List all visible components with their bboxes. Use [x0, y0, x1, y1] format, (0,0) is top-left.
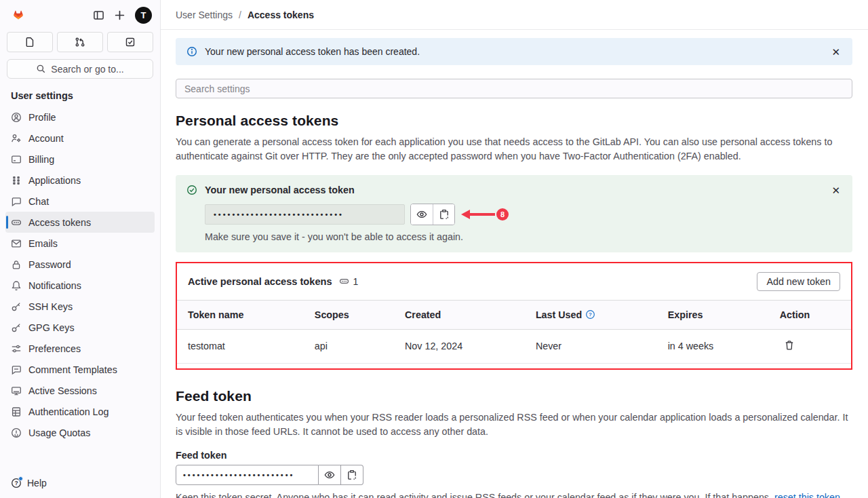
sidebar-item-account[interactable]: Account — [5, 128, 155, 149]
help-button[interactable]: ? Help — [0, 468, 160, 498]
cell-last-used: Never — [525, 329, 657, 363]
feed-token-secret-note: Keep this token secret. Anyone who has i… — [176, 492, 852, 498]
help-question-icon[interactable]: ? — [585, 309, 595, 320]
check-circle-icon — [186, 185, 197, 195]
sidebar-item-comment-templates[interactable]: Comment Templates — [5, 359, 155, 380]
sidebar-item-label: SSH Keys — [28, 301, 73, 312]
issues-shortcut-button[interactable] — [7, 32, 53, 52]
user-avatar[interactable]: T — [135, 7, 152, 24]
sidebar-item-applications[interactable]: Applications — [5, 170, 155, 191]
masked-token-value: •••••••••••••••••••••••••••• — [214, 210, 344, 218]
sidebar-item-chat[interactable]: Chat — [5, 191, 155, 212]
email-icon — [11, 238, 22, 249]
log-icon — [11, 406, 22, 417]
col-expires: Expires — [657, 300, 769, 329]
table-header-row: Token name Scopes Created Last Used ? Ex — [177, 300, 851, 329]
new-token-save-note: Make sure you save it - you won't be abl… — [205, 231, 842, 242]
account-icon — [11, 133, 22, 144]
new-token-value-field[interactable]: •••••••••••••••••••••••••••• — [205, 204, 405, 225]
sidebar-shortcuts — [7, 32, 153, 52]
pat-section-description: You can generate a personal access token… — [176, 135, 852, 164]
banner-close-icon[interactable]: ✕ — [830, 45, 842, 58]
sidebar-item-label: Password — [28, 259, 71, 270]
sidebar-item-label: Account — [28, 133, 64, 144]
key-icon — [11, 322, 22, 333]
cell-scopes: api — [304, 329, 394, 363]
main-area: User Settings / Access tokens Your new p… — [161, 0, 868, 498]
table-row: testomat api Nov 12, 2024 Never in 4 wee… — [177, 329, 851, 363]
sidebar-item-usage-quotas[interactable]: Usage Quotas — [5, 422, 155, 443]
sidebar-item-notifications[interactable]: Notifications — [5, 275, 155, 296]
sidebar-item-label: Access tokens — [28, 217, 91, 228]
copy-token-clipboard-icon[interactable] — [433, 204, 454, 225]
sidebar-item-label: Billing — [28, 154, 54, 165]
applications-icon — [11, 175, 22, 186]
feed-token-title: Feed token — [176, 388, 852, 404]
sidebar-item-label: Active Sessions — [28, 385, 97, 396]
sidebar-item-label: Preferences — [28, 343, 81, 354]
feed-token-description: Your feed token authenticates you when y… — [176, 410, 852, 440]
active-tokens-title: Active personal access tokens — [188, 276, 332, 287]
sidebar-item-password[interactable]: Password — [5, 254, 155, 275]
sidebar: T Search or go to... User settings Profi… — [0, 0, 161, 498]
sidebar-item-active-sessions[interactable]: Active Sessions — [5, 380, 155, 401]
create-new-icon[interactable] — [114, 9, 125, 21]
cell-expires: in 4 weeks — [657, 329, 769, 363]
sidebar-item-authentication-log[interactable]: Authentication Log — [5, 401, 155, 422]
reveal-token-eye-icon[interactable] — [411, 204, 433, 225]
sidebar-item-profile[interactable]: Profile — [5, 107, 155, 128]
info-banner: Your new personal access token has been … — [176, 38, 852, 65]
todos-shortcut-button[interactable] — [107, 32, 153, 52]
sidebar-nav: Profile Account Billing Applications Cha… — [0, 105, 160, 443]
search-or-goto-label: Search or go to... — [51, 64, 123, 75]
sidebar-item-access-tokens[interactable]: Access tokens — [5, 212, 155, 233]
info-icon — [186, 46, 197, 57]
sidebar-item-label: Authentication Log — [28, 406, 108, 417]
gitlab-logo[interactable] — [9, 6, 27, 24]
breadcrumb-parent[interactable]: User Settings — [176, 9, 233, 20]
sidebar-top-bar: T — [0, 0, 160, 30]
cell-token-name: testomat — [177, 329, 304, 363]
annotation-arrow: 8 — [461, 208, 509, 221]
sidebar-section-title: User settings — [0, 79, 160, 105]
reveal-feed-token-eye-icon[interactable] — [319, 465, 341, 485]
token-icon — [11, 217, 22, 228]
token-count: 1 — [353, 276, 359, 287]
cell-created: Nov 12, 2024 — [394, 329, 525, 363]
sidebar-item-ssh-keys[interactable]: SSH Keys — [5, 296, 155, 317]
sidebar-item-billing[interactable]: Billing — [5, 149, 155, 170]
sidebar-item-gpg-keys[interactable]: GPG Keys — [5, 317, 155, 338]
breadcrumb: User Settings / Access tokens — [161, 0, 868, 30]
help-icon: ? — [11, 478, 22, 489]
sidebar-item-label: Usage Quotas — [28, 427, 90, 438]
col-token-name: Token name — [177, 300, 304, 329]
collapse-sidebar-icon[interactable] — [93, 9, 104, 21]
col-scopes: Scopes — [304, 300, 394, 329]
lock-icon — [11, 259, 22, 270]
merge-requests-shortcut-button[interactable] — [57, 32, 103, 52]
search-or-goto-button[interactable]: Search or go to... — [7, 59, 153, 79]
reset-feed-token-link[interactable]: reset this token — [774, 492, 840, 498]
breadcrumb-separator: / — [239, 9, 241, 20]
new-token-panel: Your new personal access token ✕ •••••••… — [176, 175, 852, 252]
feed-token-value-field[interactable]: •••••••••••••••••••••••• — [176, 465, 319, 485]
copy-feed-token-clipboard-icon[interactable] — [341, 465, 363, 485]
profile-icon — [11, 112, 22, 123]
settings-content: Your new personal access token has been … — [161, 30, 868, 498]
sidebar-item-label: Emails — [28, 238, 58, 249]
panel-close-icon[interactable]: ✕ — [830, 184, 842, 197]
chat-icon — [11, 196, 22, 207]
add-new-token-button[interactable]: Add new token — [757, 272, 840, 291]
feed-token-label: Feed token — [176, 450, 852, 461]
sidebar-item-label: Profile — [28, 112, 56, 123]
pat-section-title: Personal access tokens — [176, 113, 852, 129]
sidebar-item-emails[interactable]: Emails — [5, 233, 155, 254]
search-settings-input[interactable] — [176, 79, 852, 98]
annotation-highlight-rectangle: Active personal access tokens 1 Add new … — [176, 262, 852, 370]
svg-text:?: ? — [14, 480, 18, 486]
banner-message: Your new personal access token has been … — [205, 46, 420, 57]
sidebar-item-preferences[interactable]: Preferences — [5, 338, 155, 359]
revoke-token-trash-icon[interactable] — [780, 340, 795, 351]
token-count-icon — [339, 276, 349, 286]
annotation-arrow-line — [470, 213, 495, 216]
